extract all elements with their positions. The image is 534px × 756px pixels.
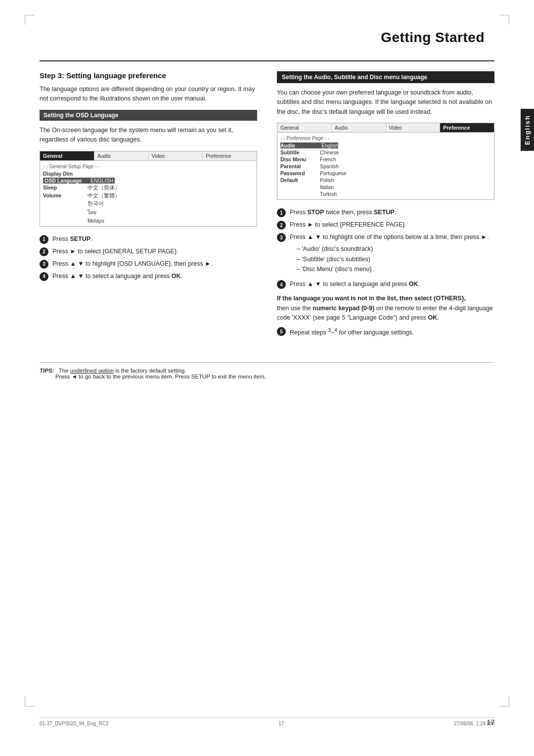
right-step-5: 5 Repeat steps 3~4 for other language se… <box>277 327 494 337</box>
tips-label: TIPS: <box>40 368 54 374</box>
special-note-body: then use the numeric keypad (0-9) on the… <box>277 305 493 321</box>
footer: 01-37_DVP3020_94_Eng_RC2 17 27/06/06, 1:… <box>40 717 494 726</box>
pref-label-subtitle: Subtitle <box>280 149 320 155</box>
pref-table-header: General Audio Video Preference <box>277 123 494 133</box>
osd-row-volume: Volume 中文（繁體） <box>43 192 254 200</box>
osd-value-thai: ไทย <box>88 208 96 217</box>
left-step-1-text: Press SETUP. <box>52 235 257 244</box>
right-step-5-text: Repeat steps 3~4 for other language sett… <box>290 327 494 337</box>
osd-header-video: Video <box>149 151 203 160</box>
osd-section-title: - - General Setup Page - - <box>43 163 254 170</box>
special-note: If the language you want is not in the l… <box>277 294 494 323</box>
pref-header-video: Video <box>386 123 441 132</box>
pref-table: General Audio Video Preference - - Prefe… <box>277 123 494 200</box>
pref-row-subtitle: Subtitle Chinese <box>280 149 491 156</box>
osd-row-displaydim: Display Dim <box>43 170 254 177</box>
pref-row-turkish: Turkish <box>280 190 491 197</box>
bullet-subtitle: 'Subtitle' (disc's subtitles) <box>297 254 494 265</box>
osd-row-osdlanguage: OSD Language ENGLISH <box>43 177 254 184</box>
pref-row-password: Password Portuguese <box>280 170 491 177</box>
right-column: Setting the Audio, Subtitle and Disc men… <box>277 71 494 342</box>
tips-line2: Press ◄ to go back to the previous menu … <box>40 374 266 379</box>
right-step-1-text: Press STOP twice then, press SETUP. <box>290 208 494 217</box>
left-section-heading: Step 3: Setting language preference <box>40 71 257 80</box>
pref-row-italian: Italian <box>280 184 491 190</box>
corner-mark-tl <box>25 15 35 25</box>
osd-value-korean: 한국어 <box>88 200 104 207</box>
pref-row-parental: Parental Spanish <box>280 163 491 170</box>
pref-value-italian: Italian <box>320 184 334 190</box>
corner-mark-bl <box>25 697 35 707</box>
right-step-3-text: Press ▲ ▼ to highlight one of the option… <box>290 233 494 277</box>
right-step-2-text: Press ► to select {PREFERENCE PAGE}. <box>290 220 494 230</box>
right-steps-list: 1 Press STOP twice then, press SETUP. 2 … <box>277 208 494 289</box>
pref-label-default: Default <box>280 177 320 183</box>
osd-value-sleep: 中文（简体） <box>88 185 120 191</box>
bullet-discmenu: 'Disc Menu' (disc's menu) <box>297 264 494 275</box>
osd-label-sleep: Sleep <box>43 185 88 191</box>
pref-label-password: Password <box>280 170 320 176</box>
pref-value-audio: English <box>320 142 338 148</box>
right-step-4-text: Press ▲ ▼ to select a language and press… <box>290 280 494 289</box>
pref-row-default: Default Polish <box>280 177 491 184</box>
osd-row-melayu: Melayu <box>43 217 254 224</box>
left-steps-list: 1 Press SETUP. 2 Press ► to select {GENE… <box>40 235 257 281</box>
footer-center: 17 <box>278 721 284 726</box>
pref-label-empty1 <box>280 184 320 190</box>
pref-header-audio: Audio <box>332 123 386 132</box>
osd-value-volume: 中文（繁體） <box>88 192 120 199</box>
special-note-heading: If the language you want is not in the l… <box>277 295 466 302</box>
bullet-audio: 'Audio' (disc's soundtrack) <box>297 244 494 254</box>
pref-table-body: - - Preference Page - - Audio English Su… <box>277 133 494 199</box>
pref-label-empty2 <box>280 191 320 197</box>
left-step-4-text: Press ▲ ▼ to select a language and press… <box>52 272 257 281</box>
osd-label-empty3 <box>43 218 88 224</box>
left-step-4: 4 Press ▲ ▼ to select a language and pre… <box>40 272 257 281</box>
divider-line <box>40 60 494 61</box>
osd-row-thai: ไทย <box>43 208 254 217</box>
pref-label-parental: Parental <box>280 163 320 169</box>
pref-row-discmenu: Disc Menu French <box>280 156 491 163</box>
tips-underlined: underlined option <box>70 368 114 374</box>
right-intro-text: You can choose your own preferred langua… <box>277 88 494 117</box>
osd-table-body: - - General Setup Page - - Display Dim O… <box>40 161 257 226</box>
pref-value-parental: Spanish <box>320 163 339 169</box>
left-column: Step 3: Setting language preference The … <box>40 71 257 342</box>
left-step-1: 1 Press SETUP. <box>40 235 257 244</box>
step-num-2: 2 <box>40 247 48 256</box>
tips-line1: The underlined option is the factory def… <box>56 368 186 374</box>
pref-value-discmenu: French <box>320 156 336 162</box>
side-tab-english: English <box>521 109 534 151</box>
right-step-num-3: 3 <box>277 233 286 242</box>
pref-value-turkish: Turkish <box>320 191 337 197</box>
step-num-1: 1 <box>40 235 48 244</box>
two-col-layout: Step 3: Setting language preference The … <box>40 71 494 342</box>
corner-mark-br <box>499 697 509 707</box>
pref-label-discmenu: Disc Menu <box>280 156 320 162</box>
page-container: English Getting Started Step 3: Setting … <box>0 0 534 756</box>
footer-left: 01-37_DVP3020_94_Eng_RC2 <box>40 721 109 726</box>
osd-label-empty2 <box>43 208 88 217</box>
left-step-2: 2 Press ► to select {GENERAL SETUP PAGE}… <box>40 247 257 256</box>
tips-section: TIPS: The underlined option is the facto… <box>40 362 494 379</box>
osd-label-displaydim: Display Dim <box>43 171 88 177</box>
osd-subheading: Setting the OSD Language <box>40 110 257 121</box>
osd-label-empty1 <box>43 200 88 207</box>
left-step-3: 3 Press ▲ ▼ to highlight {OSD LANGUAGE},… <box>40 259 257 269</box>
pref-value-password: Portuguese <box>320 170 347 176</box>
pref-section-title: - - Preference Page - - <box>280 135 491 142</box>
osd-body-text: The On-screen language for the system me… <box>40 126 257 145</box>
right-step-3-bullets: 'Audio' (disc's soundtrack) 'Subtitle' (… <box>297 244 494 275</box>
osd-label-osdlanguage: OSD Language <box>43 178 88 184</box>
osd-value-melayu: Melayu <box>88 218 104 224</box>
osd-header-preference: Preference <box>203 151 257 160</box>
right-step-2: 2 Press ► to select {PREFERENCE PAGE}. <box>277 220 494 230</box>
left-intro-text: The language options are different depen… <box>40 85 257 104</box>
osd-header-general: General <box>40 151 94 160</box>
page-number: 17 <box>487 718 494 726</box>
osd-label-volume: Volume <box>43 192 88 199</box>
right-subheading: Setting the Audio, Subtitle and Disc men… <box>277 71 494 83</box>
step-num-4: 4 <box>40 272 48 281</box>
pref-header-general: General <box>277 123 332 132</box>
pref-value-subtitle: Chinese <box>320 149 339 155</box>
